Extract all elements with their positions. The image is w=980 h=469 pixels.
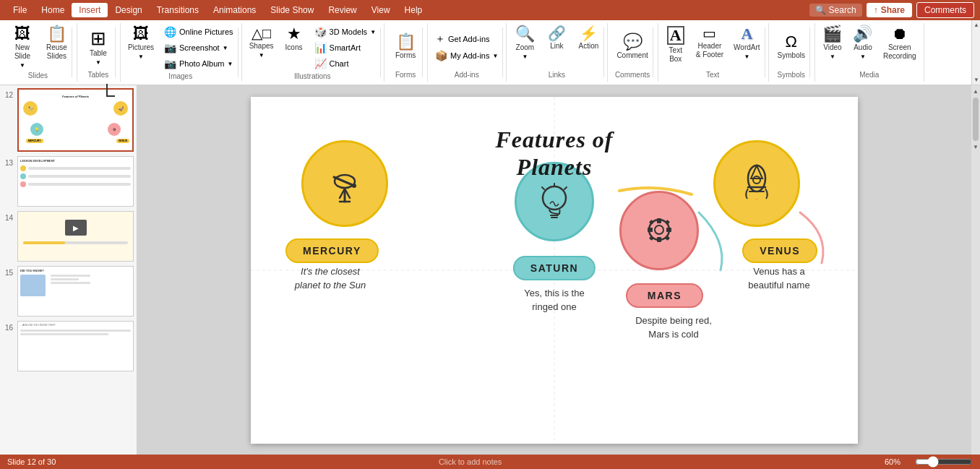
slide-thumb-12[interactable]: Features of Planets 🔭 🚀 💡 ⚙ M [17, 88, 134, 152]
photo-album-label: Photo Album [179, 59, 224, 68]
menu-view[interactable]: View [364, 3, 397, 17]
slide-item-13[interactable]: 13 LESSON DEVELOPMENT [3, 156, 134, 207]
svg-rect-26 [666, 228, 671, 232]
slide-item-15[interactable]: 15 DID YOU KNOW? [3, 266, 134, 317]
menu-home[interactable]: Home [34, 3, 72, 17]
menu-help[interactable]: Help [397, 3, 430, 17]
ribbon-scroll-down[interactable]: ▼ [972, 75, 980, 85]
zoom-slider[interactable] [915, 457, 973, 466]
scroll-thumb[interactable] [973, 98, 979, 141]
get-addins-button[interactable]: ＋ Get Add-ins [431, 31, 502, 47]
svg-rect-28 [664, 220, 669, 225]
search-icon: 🔍 [815, 5, 826, 15]
ribbon-group-media: 🎬 Video ▼ 🔊 Audio ▼ ⏺ ScreenRecording Me… [815, 23, 924, 82]
ribbon-group-links-label: Links [510, 71, 603, 80]
shapes-label: Shapes [249, 42, 274, 51]
search-bar[interactable]: 🔍 Search [809, 4, 862, 17]
svg-point-7 [352, 184, 356, 188]
menu-design[interactable]: Design [108, 3, 149, 17]
link-button[interactable]: 🔗 Link [541, 25, 572, 52]
share-button[interactable]: ↑ Share [867, 3, 912, 17]
mercury-label[interactable]: MERCURY [285, 238, 379, 263]
comment-button[interactable]: 💬 Comment [612, 25, 652, 69]
ribbon-group-comments-label: Comments [615, 71, 650, 80]
wordart-button[interactable]: A WordArt ▼ [729, 25, 765, 61]
slide-thumb-13[interactable]: LESSON DEVELOPMENT [17, 156, 134, 207]
my-addins-label: My Add-ins [450, 51, 489, 60]
slide-item-16[interactable]: 16 ...AND DID YOU KNOW THIS? [3, 321, 134, 371]
slide-panel: 12 Features of Planets 🔭 🚀 💡 ⚙ [0, 85, 137, 455]
menu-slideshow[interactable]: Slide Show [263, 3, 321, 17]
search-label: Search [829, 5, 856, 15]
ribbon-scroll-up[interactable]: ▲ [972, 20, 980, 30]
my-addins-button[interactable]: 📦 My Add-ins ▼ [431, 48, 502, 63]
screenshot-button[interactable]: 📷 Screenshot ▼ [160, 40, 238, 55]
header-footer-label: Header& Footer [696, 42, 723, 59]
wordart-label: WordArt [734, 43, 760, 52]
mars-circle[interactable] [619, 191, 699, 270]
link-icon: 🔗 [548, 26, 566, 40]
video-button[interactable]: 🎬 Video ▼ [818, 25, 847, 61]
comments-label: Comments [924, 5, 966, 15]
mars-label[interactable]: MARS [626, 283, 703, 308]
menu-review[interactable]: Review [321, 3, 364, 17]
pictures-button[interactable]: 🖼 Pictures ▼ [124, 25, 158, 61]
menu-insert[interactable]: Insert [72, 3, 108, 17]
ribbon-group-slides: 🖼 NewSlide ▼ 📋 ReuseSlides Slides [0, 23, 77, 82]
reuse-slides-label: ReuseSlides [46, 43, 67, 61]
screen-recording-button[interactable]: ⏺ ScreenRecording [879, 25, 921, 62]
ribbon-group-comments: 💬 Comment Comments [608, 23, 658, 82]
zoom-button[interactable]: 🔍 Zoom ▼ [510, 25, 540, 61]
table-arrow: ▼ [95, 59, 101, 66]
icons-button[interactable]: ★ Icons [280, 25, 309, 53]
smartart-icon: 📊 [314, 42, 327, 53]
online-pictures-label: Online Pictures [179, 27, 233, 36]
3d-models-button[interactable]: 🎲 3D Models ▼ [310, 25, 381, 39]
slide-thumb-16[interactable]: ...AND DID YOU KNOW THIS? [17, 321, 134, 371]
venus-label[interactable]: VENUS [742, 238, 817, 263]
table-button[interactable]: ⊞ Table ▼ [84, 25, 113, 69]
audio-button[interactable]: 🔊 Audio ▼ [848, 25, 877, 61]
new-slide-button[interactable]: 🖼 NewSlide ▼ [4, 25, 40, 70]
canvas-area: Features of Planets MER [137, 85, 971, 455]
menu-transitions[interactable]: Transitions [150, 3, 206, 17]
smartart-label: SmartArt [330, 43, 361, 52]
shapes-button[interactable]: △□ Shapes ▼ [245, 25, 278, 60]
screenshot-icon: 📷 [164, 42, 176, 53]
mercury-circle[interactable] [301, 140, 388, 227]
comment-label: Comment [616, 51, 648, 60]
text-box-icon: A [667, 26, 684, 45]
symbols-button[interactable]: Ω Symbols [773, 25, 809, 69]
comments-button[interactable]: Comments [916, 2, 974, 18]
reuse-slides-button[interactable]: 📋 ReuseSlides [42, 25, 72, 62]
text-box-label: TextBox [669, 46, 682, 64]
scroll-down-arrow[interactable]: ▼ [971, 142, 980, 152]
slide-info: Slide 12 of 30 [7, 457, 56, 466]
table-label: Table [90, 49, 107, 58]
chart-button[interactable]: 📈 Chart [310, 56, 381, 71]
header-footer-button[interactable]: ▭ Header& Footer [692, 25, 728, 61]
menu-file[interactable]: File [6, 3, 34, 17]
venus-circle[interactable] [713, 140, 800, 227]
screenshot-arrow: ▼ [223, 45, 228, 51]
slide-thumb-15[interactable]: DID YOU KNOW? [17, 266, 134, 317]
text-box-button[interactable]: A TextBox [661, 25, 690, 65]
screen-recording-icon: ⏺ [892, 26, 908, 42]
svg-rect-29 [648, 236, 653, 241]
slide-item-14[interactable]: 14 ▶ [3, 211, 134, 262]
ribbon-group-symbols-label: Symbols [778, 71, 805, 80]
smartart-button[interactable]: 📊 SmartArt [310, 40, 381, 55]
vertical-scrollbar[interactable]: ▲ ▼ [971, 85, 980, 455]
slide-item-12[interactable]: 12 Features of Planets 🔭 🚀 💡 ⚙ [3, 88, 134, 152]
forms-button[interactable]: 📋 Forms [391, 25, 420, 69]
action-button[interactable]: ⚡ Action [573, 25, 603, 52]
photo-album-button[interactable]: 📷 Photo Album ▼ [160, 56, 238, 71]
scroll-up-arrow[interactable]: ▲ [971, 87, 980, 96]
chart-label: Chart [330, 59, 349, 68]
online-pictures-button[interactable]: 🌐 Online Pictures [160, 25, 238, 39]
slide-canvas[interactable]: Features of Planets MER [251, 97, 858, 444]
saturn-label[interactable]: SATURN [513, 256, 596, 280]
slide-thumb-14[interactable]: ▶ [17, 211, 134, 262]
menu-animations[interactable]: Animations [206, 3, 263, 17]
mercury-icon [319, 158, 370, 209]
